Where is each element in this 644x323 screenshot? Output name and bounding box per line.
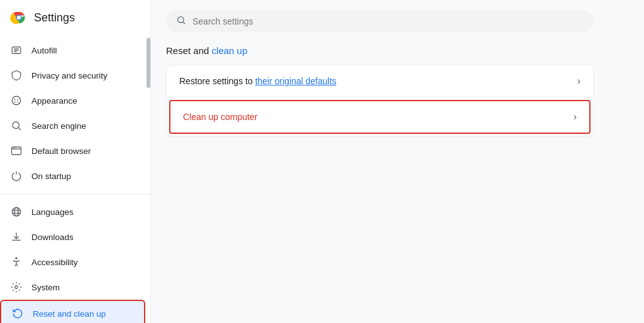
section-title-plain: Reset and bbox=[166, 45, 212, 56]
section-title-highlight: clean up bbox=[212, 45, 248, 56]
svg-point-11 bbox=[17, 101, 18, 102]
clean-up-label: Clean up computer bbox=[183, 112, 257, 122]
svg-line-13 bbox=[18, 128, 20, 129]
shield-icon bbox=[10, 69, 23, 82]
search-input[interactable] bbox=[192, 16, 584, 26]
power-icon bbox=[10, 170, 23, 182]
sidebar-item-on-startup[interactable]: On startup bbox=[0, 163, 145, 189]
sidebar-item-languages[interactable]: Languages bbox=[0, 199, 145, 224]
reset-icon bbox=[11, 307, 24, 320]
sidebar-item-accessibility-label: Accessibility bbox=[31, 258, 78, 267]
sidebar-item-appearance-label: Appearance bbox=[31, 96, 77, 106]
section-title: Reset and clean up bbox=[166, 45, 629, 56]
app-title: Settings bbox=[34, 11, 75, 25]
browser-icon bbox=[10, 145, 23, 157]
sidebar-item-search-engine[interactable]: Search engine bbox=[0, 113, 145, 138]
sidebar-item-downloads-label: Downloads bbox=[31, 233, 74, 242]
svg-point-18 bbox=[12, 207, 21, 216]
svg-point-10 bbox=[14, 101, 16, 102]
sidebar-item-search-engine-label: Search engine bbox=[31, 121, 86, 131]
svg-point-16 bbox=[13, 148, 14, 148]
sidebar: Settings Autofill Privacy and secur bbox=[0, 0, 151, 323]
svg-point-17 bbox=[14, 148, 15, 148]
nav-divider bbox=[0, 194, 150, 194]
clean-up-arrow-icon: › bbox=[574, 111, 577, 123]
system-icon bbox=[10, 281, 23, 293]
sidebar-item-autofill[interactable]: Autofill bbox=[0, 38, 145, 63]
svg-point-7 bbox=[12, 96, 21, 105]
sidebar-item-accessibility[interactable]: Accessibility bbox=[0, 249, 145, 275]
search-icon bbox=[176, 15, 186, 28]
palette-icon bbox=[10, 94, 23, 107]
sidebar-item-languages-label: Languages bbox=[31, 207, 74, 217]
settings-card: Restore settings to their original defau… bbox=[166, 65, 594, 137]
sidebar-item-privacy[interactable]: Privacy and security bbox=[0, 63, 145, 88]
accessibility-icon bbox=[10, 256, 23, 268]
sidebar-item-reset[interactable]: Reset and clean up bbox=[0, 300, 145, 323]
sidebar-item-reset-label: Reset and clean up bbox=[33, 309, 106, 319]
clean-up-row[interactable]: Clean up computer › bbox=[169, 100, 591, 134]
restore-settings-row[interactable]: Restore settings to their original defau… bbox=[167, 65, 593, 97]
restore-label-plain: Restore settings to bbox=[179, 76, 255, 86]
chrome-logo-icon bbox=[10, 9, 28, 26]
sidebar-nav: Autofill Privacy and security bbox=[0, 35, 150, 323]
sidebar-header: Settings bbox=[0, 0, 150, 35]
autofill-icon bbox=[10, 44, 23, 57]
search-bar-wrap bbox=[166, 10, 629, 33]
sidebar-item-on-startup-label: On startup bbox=[31, 172, 71, 181]
sidebar-item-downloads[interactable]: Downloads bbox=[0, 224, 145, 249]
sidebar-item-default-browser-label: Default browser bbox=[31, 146, 91, 156]
svg-point-24 bbox=[178, 17, 184, 23]
sidebar-item-system[interactable]: System bbox=[0, 275, 145, 300]
scrollbar-track[interactable] bbox=[147, 0, 150, 323]
svg-point-12 bbox=[13, 122, 19, 129]
restore-settings-arrow-icon: › bbox=[577, 75, 580, 87]
globe-icon bbox=[10, 205, 23, 218]
svg-point-19 bbox=[14, 207, 18, 216]
svg-point-9 bbox=[17, 99, 18, 101]
restore-settings-label: Restore settings to their original defau… bbox=[179, 76, 336, 86]
sidebar-item-privacy-label: Privacy and security bbox=[31, 71, 108, 80]
download-icon bbox=[10, 231, 23, 243]
sidebar-item-autofill-label: Autofill bbox=[31, 46, 57, 55]
restore-label-highlight: their original defaults bbox=[255, 76, 336, 86]
svg-point-23 bbox=[15, 286, 18, 289]
sidebar-item-appearance[interactable]: Appearance bbox=[0, 88, 145, 113]
svg-point-22 bbox=[16, 258, 17, 259]
main-content: Reset and clean up Restore settings to t… bbox=[151, 0, 644, 323]
svg-point-8 bbox=[14, 99, 16, 101]
scrollbar-thumb[interactable] bbox=[147, 38, 150, 88]
sidebar-item-system-label: System bbox=[31, 283, 60, 292]
search-bar bbox=[166, 10, 594, 33]
svg-point-2 bbox=[17, 16, 21, 19]
svg-line-25 bbox=[183, 22, 185, 24]
sidebar-item-default-browser[interactable]: Default browser bbox=[0, 138, 145, 163]
search-engine-icon bbox=[10, 119, 23, 132]
